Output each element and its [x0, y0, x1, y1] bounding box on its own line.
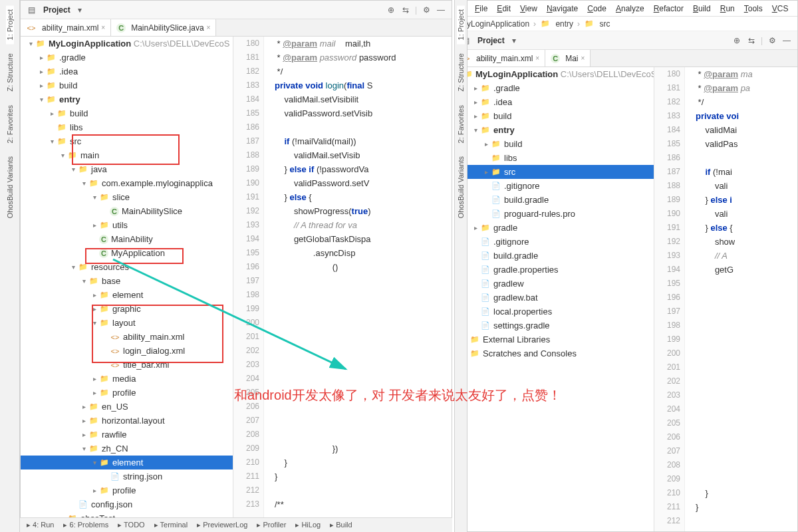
- tree-item-entry[interactable]: ▾📁entry: [455, 123, 654, 137]
- tree-item-gradle[interactable]: ▸📁gradle: [455, 221, 654, 235]
- tree-item-build[interactable]: ▸📁build: [21, 106, 233, 120]
- hide-icon[interactable]: —: [781, 35, 792, 46]
- menu-tools[interactable]: Tools: [740, 3, 767, 15]
- tree-item-java[interactable]: ▾📁java: [21, 162, 233, 176]
- tree-item-External-Libraries[interactable]: ▸📁External Libraries: [455, 332, 654, 346]
- crumb-entry[interactable]: 📁 entry: [540, 19, 573, 29]
- vtab-OhosBuild-Variants[interactable]: OhosBuild Variants: [6, 152, 14, 222]
- vtab-2-Favorites[interactable]: 2: Favorites: [6, 101, 14, 147]
- tree-item-MyApplication[interactable]: CMyApplication: [21, 246, 233, 260]
- menu-analyze[interactable]: Analyze: [612, 3, 648, 15]
- tree-item-title_bar-xml[interactable]: <>title_bar.xml: [21, 358, 233, 372]
- code-right[interactable]: * @param ma * @param pa */private voi va…: [685, 67, 797, 532]
- tree-item-libs[interactable]: 📁libs: [21, 120, 233, 134]
- dropdown-icon[interactable]: ▾: [509, 35, 519, 46]
- menu-edit[interactable]: Edit: [493, 3, 515, 15]
- tree-item-login_dialog-xml[interactable]: <>login_dialog.xml: [21, 344, 233, 358]
- tree-item-MyLoginApplication[interactable]: ▾📁MyLoginApplication C:\Users\DELL\DevEc…: [21, 37, 233, 51]
- close-icon[interactable]: ×: [207, 24, 211, 31]
- tree-item-config-json[interactable]: 📄config.json: [21, 497, 233, 511]
- project-tree-left[interactable]: ▾📁MyLoginApplication C:\Users\DELL\DevEc…: [21, 37, 233, 532]
- tree-item-build-gradle[interactable]: 📄build.gradle: [455, 249, 654, 263]
- tree-item-MainAbility[interactable]: CMainAbility: [21, 232, 233, 246]
- tree-item-MyLoginApplication[interactable]: ▾📁MyLoginApplication C:\Users\DELL\DevEc…: [455, 67, 654, 81]
- tree-item-libs[interactable]: 📁libs: [455, 151, 654, 165]
- tree-item-com-example-myloginapplica[interactable]: ▾📁com.example.myloginapplica: [21, 176, 233, 190]
- gear-icon[interactable]: ⚙: [421, 5, 432, 15]
- tree-item-zh_CN[interactable]: ▾📁zh_CN: [21, 442, 233, 456]
- tree-item--gitignore[interactable]: 📄.gitignore: [455, 235, 654, 249]
- main-menubar[interactable]: ◆ FileEditViewNavigateCodeAnalyzeRefacto…: [455, 1, 797, 17]
- bottom-4-Run[interactable]: ▸ 4: Run: [27, 521, 54, 529]
- vtab-OhosBuild-Variants[interactable]: OhosBuild Variants: [457, 152, 465, 222]
- tree-item-build-gradle[interactable]: 📄build.gradle: [455, 193, 654, 207]
- bottom-Terminal[interactable]: ▸ Terminal: [154, 521, 188, 529]
- target-icon[interactable]: ⊕: [732, 35, 742, 46]
- tree-item-base[interactable]: ▾📁base: [21, 274, 233, 288]
- tree-item-resources[interactable]: ▾📁resources: [21, 260, 233, 274]
- tree-item-profile[interactable]: ▸📁profile: [21, 483, 233, 497]
- dropdown-icon[interactable]: ▾: [74, 5, 85, 15]
- close-icon[interactable]: ×: [581, 55, 585, 62]
- menu-vcs[interactable]: VCS: [768, 3, 793, 15]
- tab-MainAbilitySlice-java[interactable]: CMainAbilitySlice.java×: [111, 19, 216, 36]
- tree-item-build[interactable]: ▸📁build: [455, 137, 654, 151]
- tree-item-string-json[interactable]: 📄string.json: [21, 469, 233, 483]
- vtab-1-Project[interactable]: 1: Project: [457, 5, 465, 44]
- tree-item-entry[interactable]: ▾📁entry: [21, 92, 233, 106]
- tree-item-build[interactable]: ▸📁build: [455, 109, 654, 123]
- collapse-icon[interactable]: ⇆: [400, 5, 411, 15]
- bottom-Profiler[interactable]: ▸ Profiler: [257, 521, 286, 529]
- tab-ability_main-xml[interactable]: <>ability_main.xml×: [455, 50, 545, 66]
- tree-item-gradlew[interactable]: 📄gradlew: [455, 277, 654, 291]
- tree-item--idea[interactable]: ▸📁.idea: [455, 95, 654, 109]
- code-left[interactable]: * @param mail mail,th * @param password …: [264, 37, 452, 532]
- tree-item-gradlew-bat[interactable]: 📄gradlew.bat: [455, 291, 654, 305]
- bottom-TODO[interactable]: ▸ TODO: [118, 521, 144, 529]
- tree-item-graphic[interactable]: ▸📁graphic: [21, 302, 233, 316]
- bottom-PreviewerLog[interactable]: ▸ PreviewerLog: [197, 521, 247, 529]
- vtab-2-Favorites[interactable]: 2: Favorites: [457, 101, 465, 147]
- vtab-Z-Structure[interactable]: Z: Structure: [6, 49, 14, 95]
- crumb-src[interactable]: 📁 src: [584, 19, 610, 29]
- target-icon[interactable]: ⊕: [386, 5, 396, 15]
- bottom-HiLog[interactable]: ▸ HiLog: [295, 521, 321, 529]
- hide-icon[interactable]: —: [436, 5, 446, 15]
- menu-navigate[interactable]: Navigate: [543, 3, 582, 15]
- tree-item-main[interactable]: ▾📁main: [21, 148, 233, 162]
- tree-item-element[interactable]: ▾📁element: [21, 456, 233, 469]
- menu-code[interactable]: Code: [583, 3, 610, 15]
- bottom-6-Problems[interactable]: ▸ 6: Problems: [63, 521, 108, 529]
- vtab-Z-Structure[interactable]: Z: Structure: [457, 49, 465, 95]
- tree-item-profile[interactable]: ▸📁profile: [21, 386, 233, 400]
- tree-item-horizontal-layout[interactable]: ▸📁horizontal.layout: [21, 414, 233, 428]
- close-icon[interactable]: ×: [535, 55, 539, 62]
- tree-item-utils[interactable]: ▸📁utils: [21, 218, 233, 232]
- tab-Mai[interactable]: CMai×: [545, 50, 591, 66]
- close-icon[interactable]: ×: [101, 24, 105, 31]
- tree-item-slice[interactable]: ▾📁slice: [21, 190, 233, 204]
- tree-item-en_US[interactable]: ▸📁en_US: [21, 400, 233, 414]
- bottom-Build[interactable]: ▸ Build: [330, 521, 352, 529]
- tree-item-gradle-properties[interactable]: 📄gradle.properties: [455, 263, 654, 277]
- tree-item-src[interactable]: ▾📁src: [21, 134, 233, 148]
- project-tree-right[interactable]: ▾📁MyLoginApplication C:\Users\DELL\DevEc…: [455, 67, 654, 532]
- tree-item--gradle[interactable]: ▸📁.gradle: [21, 51, 233, 65]
- tree-item-settings-gradle[interactable]: 📄settings.gradle: [455, 319, 654, 332]
- vtab-1-Project[interactable]: 1: Project: [6, 5, 14, 44]
- bottom-toolbar[interactable]: ▸ 4: Run▸ 6: Problems▸ TODO▸ Terminal▸ P…: [20, 517, 452, 532]
- menu-view[interactable]: View: [516, 3, 541, 15]
- tree-item-build[interactable]: ▸📁build: [21, 78, 233, 92]
- tree-item-media[interactable]: ▸📁media: [21, 372, 233, 386]
- tree-item-element[interactable]: ▸📁element: [21, 288, 233, 302]
- menu-build[interactable]: Build: [689, 3, 715, 15]
- tree-item--gitignore[interactable]: 📄.gitignore: [455, 179, 654, 193]
- tree-item-MainAbilitySlice[interactable]: CMainAbilitySlice: [21, 204, 233, 218]
- menu-refactor[interactable]: Refactor: [650, 3, 688, 15]
- project-view-icon[interactable]: ▤: [26, 5, 37, 15]
- tab-ability_main-xml[interactable]: <>ability_main.xml×: [21, 19, 111, 36]
- crumb-MyLoginApplication[interactable]: MyLoginApplication: [460, 19, 529, 29]
- tree-item-ability_main-xml[interactable]: <>ability_main.xml: [21, 330, 233, 344]
- tree-item-Scratches-and-Consoles[interactable]: 📁Scratches and Consoles: [455, 346, 654, 360]
- menu-file[interactable]: File: [471, 3, 491, 15]
